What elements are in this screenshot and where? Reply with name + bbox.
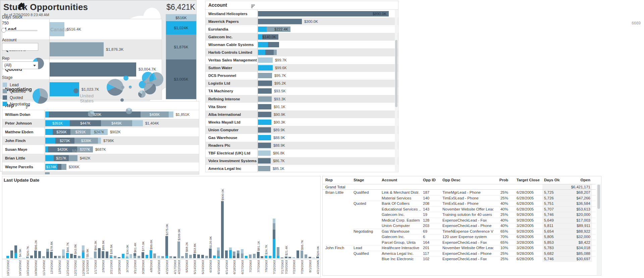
date-bar-mark[interactable] (54, 256, 57, 258)
home-icon[interactable] (17, 2, 26, 10)
list-bar-mark[interactable] (258, 73, 272, 78)
date-bar-mark[interactable] (118, 257, 120, 258)
date-bar-mark[interactable] (42, 256, 45, 258)
map-pie-mark[interactable] (129, 86, 132, 89)
date-bar-mark[interactable] (281, 257, 283, 258)
column-header-days[interactable]: Days Old (544, 176, 559, 184)
date-bar-mark[interactable] (30, 256, 33, 258)
column-header-opp_id[interactable]: Opp ID (423, 176, 441, 184)
date-bar-mark[interactable] (46, 248, 49, 258)
list-bar-mark[interactable] (258, 150, 271, 156)
total-bar-segment[interactable]: $1,024K (166, 21, 196, 35)
date-bar-mark[interactable] (34, 250, 37, 258)
date-bar-mark[interactable] (86, 258, 89, 258)
date-bar-mark[interactable] (150, 250, 152, 258)
date-bar-mark[interactable] (126, 255, 128, 258)
map-pie-mark[interactable] (126, 108, 132, 114)
date-bar-mark[interactable] (261, 256, 263, 258)
date-bar-mark[interactable] (316, 257, 319, 258)
date-bar-mark[interactable] (229, 247, 232, 258)
table-row[interactable]: Medical Corp. Eastern128ExpenseCheckLead… (323, 218, 596, 223)
table-row[interactable]: Blue Inc Electronic102ExpenseCheckLead -… (323, 256, 596, 262)
date-bar-mark[interactable] (114, 256, 116, 258)
total-bar-segment[interactable]: $516K (166, 14, 196, 21)
date-bar-mark[interactable] (225, 250, 228, 258)
date-bar-mark[interactable] (297, 250, 299, 258)
date-bar-mark[interactable] (50, 252, 53, 258)
date-bar-mark[interactable] (177, 241, 180, 258)
date-bar-mark[interactable] (14, 245, 17, 258)
table-scrollbar[interactable] (597, 184, 601, 275)
date-bar-mark[interactable] (165, 236, 168, 258)
total-bar-segment[interactable]: $1,876K (166, 35, 196, 59)
column-header-desc[interactable]: Opp Desc (442, 176, 493, 184)
date-bar-mark[interactable] (197, 254, 200, 258)
map-pie-mark[interactable] (121, 86, 124, 89)
table-row[interactable]: QualifiedAmerica Legal Inc.117ExpenseChe… (323, 251, 596, 257)
map-pie-mark[interactable] (144, 82, 156, 94)
date-bar-mark[interactable] (110, 255, 112, 258)
map-pie-mark[interactable] (110, 70, 116, 76)
table-row-grand-total[interactable]: Grand Total$6,421,171 (323, 184, 596, 190)
account-scrollbar[interactable] (395, 10, 398, 172)
date-bar-mark[interactable] (193, 254, 196, 258)
date-bar-mark[interactable] (22, 258, 25, 258)
date-bar-mark[interactable] (161, 256, 164, 258)
map-pie-mark[interactable] (123, 76, 128, 81)
date-bar-mark[interactable] (106, 251, 108, 258)
date-bar-mark[interactable] (277, 247, 279, 258)
date-bar-mark[interactable] (305, 254, 307, 258)
list-bar-mark[interactable] (258, 96, 272, 102)
date-bar-mark[interactable] (122, 253, 124, 258)
date-bar-mark[interactable] (78, 256, 80, 258)
table-row[interactable]: Gatecom Inc.19Training solution for 40 u… (323, 212, 596, 218)
list-bar-mark[interactable] (258, 88, 272, 94)
date-bar-mark[interactable] (6, 256, 9, 258)
date-bar-mark[interactable] (269, 256, 271, 258)
date-bar-mark[interactable] (90, 258, 93, 258)
list-bar-mark[interactable] (258, 19, 302, 24)
map-pie-mark[interactable] (138, 90, 146, 98)
days-stuck-slider-handle[interactable] (1, 28, 6, 33)
date-bar-mark[interactable] (309, 257, 311, 258)
date-bar-mark[interactable] (217, 247, 220, 258)
date-bar-mark[interactable] (273, 218, 275, 258)
date-bar-mark[interactable] (288, 257, 291, 258)
date-bar-mark[interactable] (292, 257, 295, 258)
date-bar-mark[interactable] (181, 256, 184, 258)
list-bar-mark[interactable] (258, 81, 272, 86)
date-bar-mark[interactable] (265, 255, 267, 258)
date-bar-mark[interactable] (312, 258, 315, 258)
date-bar-mark[interactable] (209, 248, 212, 258)
date-bar-mark[interactable] (133, 253, 136, 258)
map-pie-mark[interactable] (73, 88, 78, 93)
days-stuck-slider-track[interactable] (3, 30, 38, 31)
legend-item-lead[interactable]: Lead (3, 82, 30, 88)
list-bar-mark[interactable] (258, 135, 271, 140)
rep-filter-dropdown[interactable]: (All) (2, 61, 38, 69)
date-bar-mark[interactable] (257, 251, 260, 258)
date-bar-mark[interactable] (142, 252, 144, 258)
date-bar-mark[interactable] (10, 250, 13, 258)
date-bar-mark[interactable] (285, 256, 287, 258)
date-bar-mark[interactable] (138, 256, 140, 258)
table-row[interactable]: QuotedBank Of Colliers208TimEx5Lead - Ph… (323, 201, 596, 206)
stage-bar-mark[interactable] (50, 42, 104, 56)
sort-descending-icon[interactable] (251, 4, 256, 10)
date-bar-mark[interactable] (253, 253, 256, 258)
date-bar-mark[interactable] (189, 255, 192, 258)
date-bar-mark[interactable] (205, 256, 208, 258)
column-header-close[interactable]: Target Close (517, 176, 543, 184)
date-bar-mark[interactable] (58, 256, 61, 258)
column-header-prob[interactable]: Prob (494, 176, 508, 184)
date-bar-mark[interactable] (213, 255, 216, 258)
column-header-rep[interactable]: Rep (325, 176, 354, 184)
total-bar-segment[interactable]: $3,005K (166, 59, 196, 99)
date-bar-mark[interactable] (173, 257, 176, 258)
date-bar-mark[interactable] (70, 253, 73, 258)
date-bar-mark[interactable] (98, 248, 101, 258)
column-header-account[interactable]: Account (382, 176, 422, 184)
list-bar-mark[interactable]: $174K (45, 164, 66, 170)
date-bar-mark[interactable] (94, 251, 97, 258)
list-bar-mark[interactable] (258, 166, 270, 171)
